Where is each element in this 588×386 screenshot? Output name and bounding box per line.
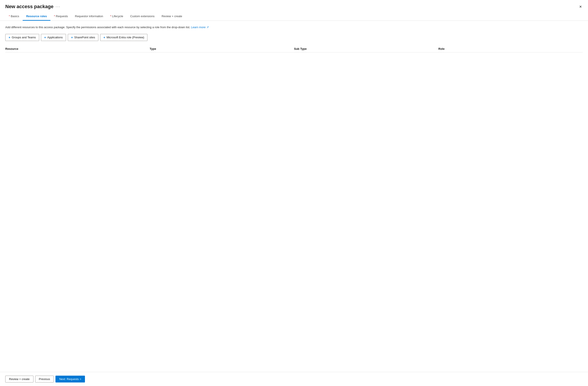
add-microsoft-entra-role-button[interactable]: + Microsoft Entra role (Preview) xyxy=(100,34,147,41)
header-left: New access package ··· xyxy=(5,4,60,9)
tab-requestor-information[interactable]: Requestor information xyxy=(71,12,107,21)
plus-icon-3: + xyxy=(71,36,73,39)
table-body xyxy=(5,52,583,140)
description-text: Add different resources to this access p… xyxy=(5,25,583,29)
tab-lifecycle[interactable]: * Lifecycle xyxy=(106,12,126,21)
add-sharepoint-sites-button[interactable]: + SharePoint sites xyxy=(68,34,98,41)
external-link-icon: ↗ xyxy=(206,25,209,29)
add-groups-and-teams-button[interactable]: + Groups and Teams xyxy=(5,34,39,41)
nav-tabs: * Basics Resource roles * Requests Reque… xyxy=(0,12,588,21)
header: New access package ··· × xyxy=(0,0,588,12)
column-resource: Resource xyxy=(5,47,150,50)
tab-custom-extensions[interactable]: Custom extensions xyxy=(127,12,158,21)
content-area: Add different resources to this access p… xyxy=(0,21,588,372)
page-title: New access package xyxy=(5,4,53,9)
page-container: New access package ··· × * Basics Resour… xyxy=(0,0,588,386)
action-buttons: + Groups and Teams + Applications + Shar… xyxy=(5,34,583,41)
tab-resource-roles[interactable]: Resource roles xyxy=(23,12,50,21)
tab-review-create[interactable]: Review + create xyxy=(158,12,186,21)
previous-button[interactable]: Previous xyxy=(35,376,54,383)
column-sub-type: Sub Type xyxy=(294,47,438,50)
add-applications-button[interactable]: + Applications xyxy=(41,34,66,41)
learn-more-link[interactable]: Learn more ↗ xyxy=(191,25,209,29)
resource-roles-table: Resource Type Sub Type Role xyxy=(5,45,583,140)
review-create-button[interactable]: Review + create xyxy=(5,376,33,383)
column-type: Type xyxy=(150,47,294,50)
more-options-button[interactable]: ··· xyxy=(56,4,60,9)
tab-basics[interactable]: * Basics xyxy=(5,12,23,21)
plus-icon-2: + xyxy=(44,36,46,39)
column-role: Role xyxy=(438,47,583,50)
close-button[interactable]: × xyxy=(578,3,583,10)
tab-requests[interactable]: * Requests xyxy=(50,12,71,21)
plus-icon-4: + xyxy=(104,36,105,39)
required-indicator-requests: * xyxy=(54,15,56,18)
plus-icon: + xyxy=(9,36,10,39)
required-indicator-lifecycle: * xyxy=(110,15,112,18)
required-indicator: * xyxy=(9,15,11,18)
next-requests-button[interactable]: Next: Requests > xyxy=(55,376,85,383)
footer: Review + create Previous Next: Requests … xyxy=(0,372,588,386)
table-header: Resource Type Sub Type Role xyxy=(5,45,583,52)
